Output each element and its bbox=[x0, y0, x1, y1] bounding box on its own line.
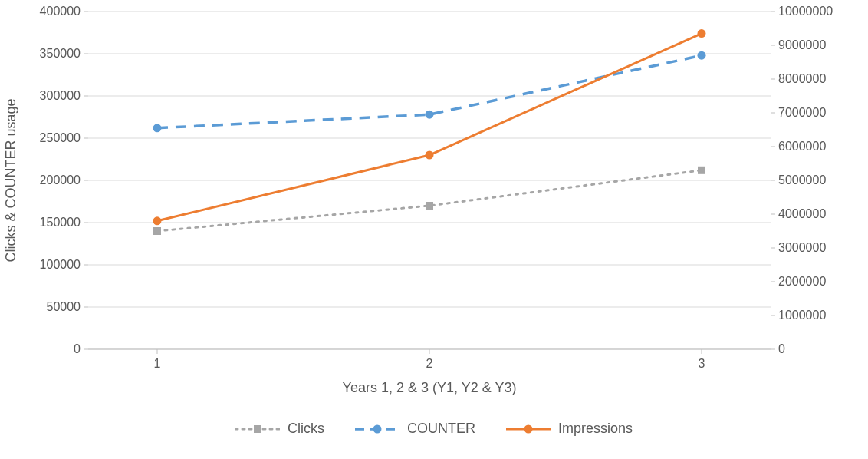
series-marker bbox=[426, 151, 434, 160]
legend-label-impressions: Impressions bbox=[558, 421, 633, 437]
y-right-tick-label: 1000000 bbox=[778, 309, 826, 322]
y-left-tick-label: 350000 bbox=[40, 47, 81, 60]
x-tick-label: 1 bbox=[154, 357, 161, 370]
legend-item-clicks: Clicks bbox=[235, 421, 324, 437]
series-marker bbox=[698, 51, 706, 60]
y-axis-right-title: Impressions bbox=[849, 0, 865, 12]
series-marker bbox=[426, 111, 434, 119]
svg-point-38 bbox=[524, 424, 532, 433]
x-tick-label: 3 bbox=[699, 357, 705, 370]
y-left-tick-label: 250000 bbox=[40, 131, 81, 144]
y-right-tick-label: 0 bbox=[778, 342, 785, 355]
y-right-tick-label: 5000000 bbox=[778, 173, 826, 187]
legend-swatch-counter bbox=[355, 424, 399, 434]
y-right-tick-label: 3000000 bbox=[778, 241, 826, 254]
plot-area: 0500001000001500002000002500003000003500… bbox=[88, 12, 771, 349]
legend-item-impressions: Impressions bbox=[506, 421, 633, 437]
y-left-tick-label: 300000 bbox=[40, 89, 81, 102]
svg-point-36 bbox=[373, 424, 381, 433]
series-line bbox=[157, 34, 702, 221]
y-axis-left-title: Clicks & COUNTER usage bbox=[3, 12, 19, 349]
legend-label-clicks: Clicks bbox=[288, 421, 324, 437]
series-marker bbox=[426, 202, 433, 210]
legend-swatch-impressions bbox=[506, 424, 551, 434]
y-left-tick-label: 0 bbox=[74, 342, 81, 355]
series-marker bbox=[153, 227, 161, 235]
legend: Clicks COUNTER Impressions bbox=[0, 421, 868, 437]
legend-label-counter: COUNTER bbox=[407, 421, 475, 437]
y-left-tick-label: 400000 bbox=[40, 5, 81, 18]
y-left-tick-label: 100000 bbox=[40, 258, 81, 271]
y-left-tick-label: 50000 bbox=[47, 300, 81, 313]
series-marker bbox=[153, 216, 162, 225]
y-right-tick-label: 8000000 bbox=[778, 72, 826, 85]
y-right-tick-label: 9000000 bbox=[778, 38, 826, 51]
x-axis-title: Years 1, 2 & 3 (Y1, Y2 & Y3) bbox=[88, 380, 771, 396]
y-left-tick-label: 150000 bbox=[40, 216, 81, 229]
svg-rect-34 bbox=[254, 425, 261, 433]
y-left-tick-label: 200000 bbox=[40, 173, 81, 187]
y-right-tick-label: 4000000 bbox=[778, 207, 826, 220]
y-right-tick-label: 6000000 bbox=[778, 140, 826, 153]
y-right-tick-label: 7000000 bbox=[778, 106, 826, 119]
series-marker bbox=[698, 29, 706, 38]
series-marker bbox=[153, 124, 162, 132]
legend-swatch-clicks bbox=[235, 424, 280, 434]
legend-item-counter: COUNTER bbox=[355, 421, 475, 437]
chart-container: Clicks & COUNTER usage Impressions Years… bbox=[0, 0, 868, 459]
y-right-tick-label: 10000000 bbox=[778, 5, 833, 18]
series-marker bbox=[698, 167, 705, 174]
y-right-tick-label: 2000000 bbox=[778, 275, 826, 288]
x-tick-label: 2 bbox=[426, 357, 433, 370]
